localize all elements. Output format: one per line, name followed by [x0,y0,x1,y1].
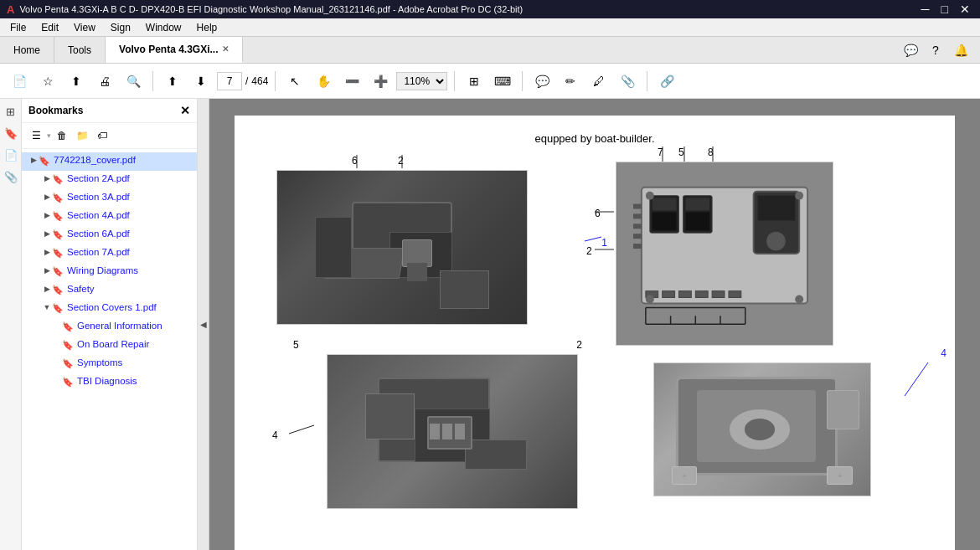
bookmarks-close-btn[interactable]: ✕ [180,104,190,117]
right-diagrams: 7 5 8 6 2 [616,153,930,509]
left-icon-layers[interactable]: ⊞ [2,102,20,121]
bookmarks-title: Bookmarks [28,105,83,116]
menu-help[interactable]: Help [190,20,224,35]
properties-btn[interactable]: ⊞ [462,69,487,93]
svg-rect-25 [729,291,741,298]
notification-icon-btn[interactable]: 🔔 [948,39,973,62]
bm-label-cover: 7742218_cover.pdf [54,154,136,167]
bottom-diagram-wrapper: 5 2 [302,354,591,509]
pdf-area[interactable]: equpped by boat-builder. 6 2 [209,99,980,550]
bm-chevron-wiring: ▶ [42,266,52,275]
next-page-btn[interactable]: ⬇ [188,69,214,93]
typewriter-btn[interactable]: ⌨ [490,69,515,93]
bookmark-onboard-repair[interactable]: 🔖 On Board Repair [22,337,197,355]
help-icon-btn[interactable]: ? [923,39,948,62]
menu-edit[interactable]: Edit [34,20,65,35]
bookmark-6a[interactable]: ▶ 🔖 Section 6A.pdf [22,226,197,244]
select-tool-btn[interactable]: ↖ [282,69,307,93]
comment-btn[interactable]: 💬 [529,69,554,93]
new-file-btn[interactable]: 📄 [7,69,32,93]
stamp-btn[interactable]: 🖊 [586,69,611,93]
menu-file[interactable]: File [3,20,33,35]
tab-document-label: Volvo Penta 4.3GXi... [119,44,218,55]
bookmark-safety[interactable]: ▶ 🔖 Safety [22,281,197,300]
bm-label-6a: Section 6A.pdf [67,228,130,240]
chat-icon-btn[interactable]: 💬 [898,39,923,62]
svg-rect-33 [633,234,642,239]
annotation-6: 6 [352,155,358,167]
collapse-panel-btn[interactable]: ◀ [198,99,209,550]
bm-label-2a: Section 2A.pdf [67,172,130,185]
close-btn[interactable]: ✕ [957,3,973,16]
annotation-6r: 6 [595,208,601,219]
relay-board-image [616,162,833,346]
link-btn[interactable]: 🔗 [654,69,679,93]
tab-close-btn[interactable]: ✕ [222,44,229,54]
bookmark-btn[interactable]: ☆ [35,69,60,93]
bookmark-2a[interactable]: ▶ 🔖 Section 2A.pdf [22,171,197,189]
top-text: equpped by boat-builder. [260,132,930,145]
attach-btn[interactable]: 📎 [615,69,640,93]
hand-tool-btn[interactable]: ✋ [311,69,336,93]
bm-label-3a: Section 3A.pdf [67,191,130,203]
title-bar: A Volvo Penta 4.3GXi-A B C D- DPX420-B E… [0,0,980,18]
zoom-out-btn[interactable]: ➖ [339,69,364,93]
bm-label-wiring: Wiring Diagrams [67,265,138,277]
svg-rect-16 [685,212,709,230]
title-bar-left: A Volvo Penta 4.3GXi-A B C D- DPX420-B E… [7,3,523,16]
bm-chevron-safety: ▶ [42,285,52,293]
bm-icon-wiring: 🔖 [52,266,64,277]
minimize-btn[interactable]: ─ [918,3,933,16]
left-icon-attach[interactable]: 📎 [2,167,20,186]
page-number-input[interactable] [217,72,242,90]
title-bar-controls[interactable]: ─ □ ✕ [918,3,973,16]
left-diagrams: 6 2 [260,153,591,509]
tab-tools[interactable]: Tools [54,37,106,63]
bookmark-wiring[interactable]: ▶ 🔖 Wiring Diagrams [22,263,197,281]
engine-image-top [276,170,528,325]
bookmark-7a[interactable]: ▶ 🔖 Section 7A.pdf [22,244,197,263]
bookmarks-list: ▶ 🔖 7742218_cover.pdf ▶ 🔖 Section 2A.pdf… [22,149,197,550]
annotation-8: 8 [708,146,714,158]
bm-icon-6a: 🔖 [52,229,64,240]
bm-icon-symptoms: 🔖 [62,358,74,369]
pencil-btn[interactable]: ✏ [558,69,583,93]
tab-home[interactable]: Home [0,37,54,63]
bookmark-section-covers[interactable]: ▼ 🔖 Section Covers 1.pdf [22,300,197,318]
bookmark-general-info[interactable]: 🔖 General Information [22,318,197,337]
bm-chevron-3a: ▶ [42,193,52,201]
title-bar-text: Volvo Penta 4.3GXi-A B C D- DPX420-B EFI… [19,4,523,14]
prev-page-btn[interactable]: ⬆ [160,69,185,93]
upload-btn[interactable]: ⬆ [64,69,89,93]
bookmark-3a[interactable]: ▶ 🔖 Section 3A.pdf [22,189,197,208]
menu-sign[interactable]: Sign [104,20,137,35]
print-btn[interactable]: 🖨 [92,69,117,93]
bm-new-btn[interactable]: 📁 [73,126,91,145]
menu-window[interactable]: Window [139,20,188,35]
bm-delete-btn[interactable]: 🗑 [53,126,71,145]
bookmark-4a[interactable]: ▶ 🔖 Section 4A.pdf [22,208,197,226]
menu-view[interactable]: View [67,20,102,35]
bm-chevron-6a: ▶ [42,229,52,238]
tab-document[interactable]: Volvo Penta 4.3GXi... ✕ [106,37,242,63]
zoom-in-btn[interactable]: ➕ [368,69,393,93]
bm-label-general-info: General Information [77,320,162,332]
left-icon-bookmarks[interactable]: 🔖 [2,124,20,142]
zoom-out-toolbar-btn[interactable]: 🔍 [121,69,146,93]
engine-image-bottom [327,354,578,509]
bookmark-tbi[interactable]: 🔖 TBI Diagnosis [22,373,197,392]
bm-options-btn[interactable]: ☰ [27,126,45,145]
maximize-btn[interactable]: □ [938,3,952,16]
bm-tag-btn[interactable]: 🏷 [93,126,111,145]
bm-chevron-symptoms [52,358,62,367]
bookmarks-header: Bookmarks ✕ [22,99,197,123]
zoom-selector[interactable]: 110% 75% 100% 125% 150% [396,72,447,90]
svg-point-26 [646,192,654,200]
bookmark-symptoms[interactable]: 🔖 Symptoms [22,355,197,373]
relay-diagram-wrapper: 7 5 8 6 2 [616,162,930,346]
top-diagram-wrapper: 6 2 [276,170,591,325]
bm-label-4a: Section 4A.pdf [67,209,130,222]
left-icon-pages[interactable]: 📄 [2,146,20,164]
svg-rect-15 [685,198,709,211]
bookmark-cover[interactable]: ▶ 🔖 7742218_cover.pdf [22,152,197,171]
